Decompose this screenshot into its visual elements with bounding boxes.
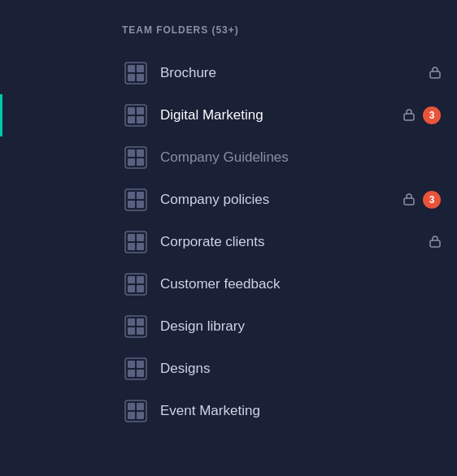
svg-rect-9 [128, 116, 135, 123]
svg-rect-43 [137, 370, 144, 377]
svg-rect-5 [430, 71, 440, 78]
svg-rect-26 [128, 243, 135, 250]
notification-badge: 3 [423, 191, 441, 209]
folder-name: Corporate clients [160, 234, 423, 250]
svg-rect-16 [137, 158, 144, 166]
svg-rect-13 [128, 149, 135, 157]
folder-name: Company policies [160, 192, 397, 208]
svg-rect-33 [137, 285, 144, 292]
svg-rect-25 [137, 234, 144, 241]
folder-name: Brochure [160, 65, 423, 81]
folder-icon [124, 62, 147, 84]
folder-list: Brochure Digital Marketing 3 Company Gui… [0, 52, 457, 432]
folder-name: Event Marketing [160, 403, 441, 419]
folder-icon [124, 104, 147, 127]
svg-rect-21 [137, 201, 144, 208]
svg-rect-35 [128, 318, 135, 326]
folder-name: Design library [160, 318, 441, 335]
svg-rect-38 [137, 327, 144, 335]
lock-icon [429, 235, 441, 250]
svg-rect-1 [128, 65, 135, 72]
folder-icon [124, 188, 147, 211]
svg-rect-27 [137, 243, 144, 250]
folder-icon [124, 400, 147, 422]
svg-rect-7 [128, 107, 135, 115]
svg-rect-47 [128, 412, 135, 419]
svg-rect-46 [137, 403, 144, 410]
svg-rect-10 [137, 116, 144, 123]
folder-name: Designs [160, 361, 441, 377]
folder-name: Customer feedback [160, 276, 441, 292]
folder-item-brochure[interactable]: Brochure [0, 52, 457, 94]
lock-icon [403, 108, 415, 123]
svg-rect-40 [128, 361, 135, 368]
svg-rect-41 [137, 361, 144, 368]
lock-icon [403, 193, 415, 208]
svg-rect-32 [128, 285, 135, 292]
folder-icon [124, 146, 147, 169]
folder-item-company-guidelines[interactable]: Company Guidelines [0, 136, 457, 179]
svg-rect-19 [137, 192, 144, 199]
svg-rect-30 [128, 276, 135, 283]
folder-icon [124, 273, 147, 296]
svg-rect-24 [128, 234, 135, 241]
folder-item-design-library[interactable]: Design library [0, 305, 457, 348]
svg-rect-15 [128, 158, 135, 166]
folder-item-corporate-clients[interactable]: Corporate clients [0, 221, 457, 263]
svg-rect-45 [128, 403, 135, 410]
svg-rect-11 [404, 114, 414, 120]
main-container: TEAM FOLDERS (53+) Brochure Digital Mark… [0, 0, 457, 476]
folder-icon [124, 231, 147, 253]
folder-item-digital-marketing[interactable]: Digital Marketing 3 [0, 94, 457, 136]
folder-icon [124, 357, 147, 380]
svg-rect-37 [128, 327, 135, 335]
svg-rect-31 [137, 276, 144, 283]
svg-rect-28 [430, 240, 440, 247]
folder-name: Digital Marketing [160, 107, 397, 123]
svg-rect-48 [137, 412, 144, 419]
svg-rect-18 [128, 192, 135, 199]
svg-rect-42 [128, 370, 135, 377]
svg-rect-8 [137, 107, 144, 115]
svg-rect-22 [404, 198, 414, 205]
folder-item-company-policies[interactable]: Company policies 3 [0, 179, 457, 221]
svg-rect-2 [137, 65, 144, 72]
svg-rect-4 [137, 74, 144, 81]
folder-name: Company Guidelines [160, 149, 441, 166]
svg-rect-36 [137, 318, 144, 326]
folder-item-designs[interactable]: Designs [0, 348, 457, 390]
folder-item-customer-feedback[interactable]: Customer feedback [0, 263, 457, 305]
svg-rect-14 [137, 149, 144, 157]
notification-badge: 3 [423, 106, 441, 124]
svg-rect-20 [128, 201, 135, 208]
svg-rect-3 [128, 74, 135, 81]
lock-icon [429, 66, 441, 81]
folder-item-event-marketing[interactable]: Event Marketing [0, 390, 457, 432]
section-header: TEAM FOLDERS (53+) [0, 24, 457, 52]
folder-icon [124, 315, 147, 338]
